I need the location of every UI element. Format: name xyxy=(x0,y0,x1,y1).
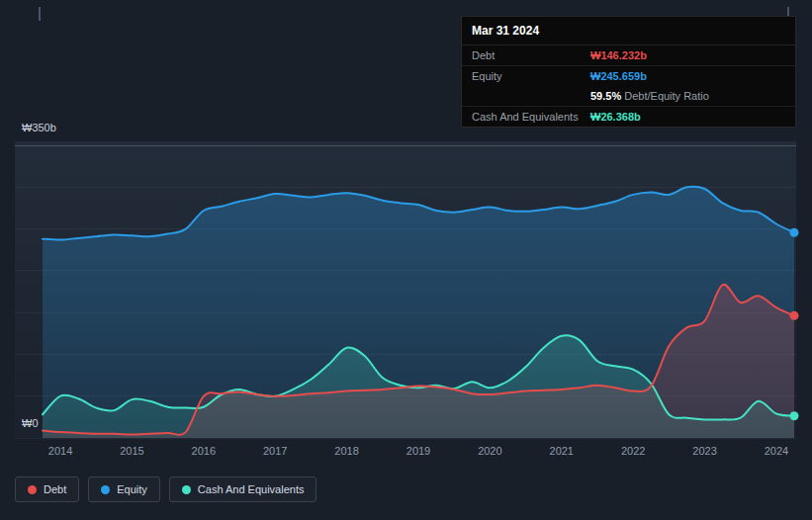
x-axis-tick: 2023 xyxy=(692,445,716,457)
legend-label: Cash And Equivalents xyxy=(198,483,305,495)
tooltip-equity-label: Equity xyxy=(472,70,590,82)
x-axis-tick: 2020 xyxy=(478,445,501,457)
x-axis-tick: 2024 xyxy=(765,445,788,457)
legend-label: Debt xyxy=(44,483,66,495)
tooltip-date: Mar 31 2024 xyxy=(462,17,795,45)
range-handle-left[interactable] xyxy=(39,7,41,21)
debt-end-dot xyxy=(790,311,799,320)
cash-and-equivalents-legend-dot xyxy=(182,485,191,494)
equity-end-dot xyxy=(790,228,799,237)
y-axis-label-bottom: ₩0 xyxy=(22,417,39,429)
tooltip-equity-value: ₩245.659b xyxy=(590,70,647,82)
x-axis-tick: 2022 xyxy=(621,445,645,457)
legend-item-equity[interactable]: Equity xyxy=(88,477,160,502)
x-axis-tick: 2015 xyxy=(120,445,143,457)
tooltip-cash-value: ₩26.368b xyxy=(590,111,641,123)
debt-equity-history-chart: ₩350b ₩0 2014201520162017201820192020202… xyxy=(0,0,812,520)
x-axis-tick: 2019 xyxy=(406,445,430,457)
x-axis: 2014201520162017201820192020202120222023… xyxy=(0,445,812,459)
cash-and-equivalents-end-dot xyxy=(790,411,799,420)
x-axis-tick: 2016 xyxy=(192,445,216,457)
tooltip-row-cash: Cash And Equivalents ₩26.368b xyxy=(462,107,795,127)
equity-legend-dot xyxy=(101,485,110,494)
tooltip-ratio: 59.5% Debt/Equity Ratio xyxy=(590,90,709,102)
tooltip-row-debt: Debt ₩146.232b xyxy=(462,45,795,66)
tooltip-ratio-label: Debt/Equity Ratio xyxy=(621,90,709,102)
legend-item-cash-and-equivalents[interactable]: Cash And Equivalents xyxy=(169,477,317,502)
debt-legend-dot xyxy=(28,485,37,494)
legend-item-debt[interactable]: Debt xyxy=(15,477,79,502)
legend-label: Equity xyxy=(117,483,147,495)
y-axis-label-top: ₩350b xyxy=(22,122,56,133)
tooltip-ratio-value: 59.5% xyxy=(590,90,621,102)
x-axis-tick: 2014 xyxy=(48,445,72,457)
x-axis-tick: 2021 xyxy=(550,445,574,457)
tooltip-debt-value: ₩146.232b xyxy=(590,49,647,61)
tooltip-cash-label: Cash And Equivalents xyxy=(472,111,590,123)
x-axis-tick: 2018 xyxy=(334,445,358,457)
x-axis-tick: 2017 xyxy=(263,445,287,457)
chart-legend: DebtEquityCash And Equivalents xyxy=(15,477,316,502)
tooltip-row-equity: Equity ₩245.659b xyxy=(462,66,795,86)
chart-tooltip: Mar 31 2024 Debt ₩146.232b Equity ₩245.6… xyxy=(461,16,796,128)
tooltip-row-ratio: 59.5% Debt/Equity Ratio xyxy=(462,86,795,107)
tooltip-debt-label: Debt xyxy=(472,49,590,61)
